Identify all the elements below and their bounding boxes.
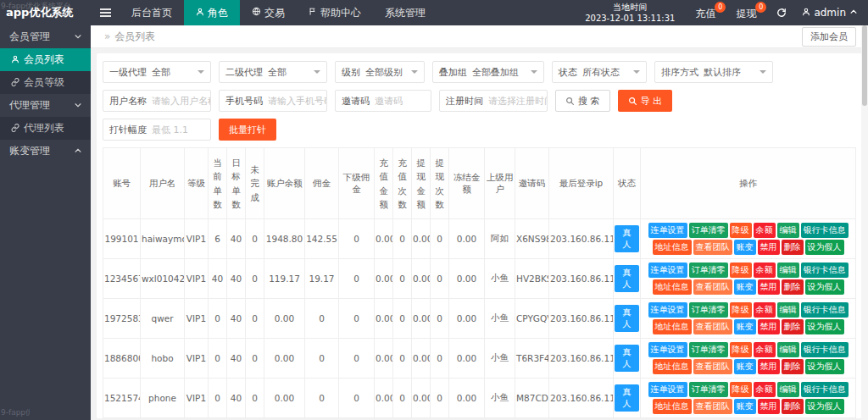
action-button[interactable]: 查看团队 <box>693 240 732 255</box>
vertical-scrollbar[interactable] <box>861 25 868 420</box>
action-button[interactable]: 降级 <box>730 302 752 318</box>
action-button[interactable]: 删除 <box>782 399 804 414</box>
filter-input-2[interactable]: 手机号码请输入手机号码 <box>219 90 327 112</box>
status-real-button[interactable]: 真人 <box>615 225 639 252</box>
action-button[interactable]: 连单设置 <box>648 382 687 397</box>
action-button[interactable]: 删除 <box>782 240 804 255</box>
action-button[interactable]: 连单设置 <box>648 223 687 238</box>
sidebar-group-2[interactable]: 代理管理 <box>0 94 91 117</box>
action-button[interactable]: 银行卡信息 <box>801 302 849 318</box>
action-button[interactable]: 地址信息 <box>653 359 692 374</box>
main-area: » 会员列表 添加会员 一级代理全部二级代理全部级别全部级别叠加组全部叠加组状态… <box>91 25 868 420</box>
filter-input-1[interactable]: 用户名称请输入用户名称 <box>103 90 211 112</box>
action-button[interactable]: 禁用 <box>758 399 780 414</box>
action-button[interactable]: 降级 <box>730 342 752 357</box>
action-button[interactable]: 账变 <box>734 279 756 295</box>
sidebar-group-3[interactable]: 账变管理 <box>0 140 91 163</box>
action-button[interactable]: 设为假人 <box>805 399 844 414</box>
filter-select-3[interactable]: 级别全部级别 <box>335 61 425 83</box>
action-button[interactable]: 余额 <box>754 223 776 238</box>
status-real-button[interactable]: 真人 <box>615 265 639 292</box>
add-member-button[interactable]: 添加会员 <box>802 27 856 47</box>
action-button[interactable]: 设为假人 <box>805 279 844 295</box>
needle-amplitude-input[interactable]: 打针幅度最低 1.1 <box>103 119 211 141</box>
status-real-button[interactable]: 真人 <box>615 305 639 332</box>
filter-select-1[interactable]: 一级代理全部 <box>103 61 211 83</box>
filter-input-4[interactable]: 注册时间请选择注册时间 <box>439 90 548 112</box>
action-button[interactable]: 地址信息 <box>653 279 692 295</box>
action-button[interactable]: 连单设置 <box>648 342 687 357</box>
action-button[interactable]: 设为假人 <box>805 359 844 374</box>
sidebar-item[interactable]: 会员等级 <box>0 71 91 94</box>
action-button[interactable]: 查看团队 <box>693 279 732 295</box>
main-menu: 后台首页角色交易帮助中心系统管理 <box>120 0 437 25</box>
action-button[interactable]: 编辑 <box>777 223 799 238</box>
withdraw-nav-button[interactable]: 提现 0 <box>727 5 768 21</box>
nav-item-1[interactable]: 后台首页 <box>120 0 184 25</box>
action-button[interactable]: 删除 <box>782 319 804 334</box>
nav-item-2[interactable]: 角色 <box>184 0 240 25</box>
sidebar-item[interactable]: 会员列表 <box>0 48 91 71</box>
action-button[interactable]: 银行卡信息 <box>801 342 849 357</box>
nav-item-5[interactable]: 系统管理 <box>373 0 437 25</box>
action-button[interactable]: 禁用 <box>758 359 780 374</box>
action-button[interactable]: 设为假人 <box>805 240 844 255</box>
export-button[interactable]: 导 出 <box>618 90 673 112</box>
filter-select-6[interactable]: 排序方式默认排序 <box>654 61 773 83</box>
action-button[interactable]: 账变 <box>734 399 756 414</box>
filter-select-4[interactable]: 叠加组全部叠加组 <box>432 61 544 83</box>
action-button[interactable]: 查看团队 <box>693 319 732 334</box>
action-button[interactable]: 禁用 <box>758 319 780 334</box>
action-button[interactable]: 设为假人 <box>805 319 844 334</box>
action-button[interactable]: 禁用 <box>758 279 780 295</box>
action-button[interactable]: 连单设置 <box>648 302 687 318</box>
action-button[interactable]: 余额 <box>754 342 776 357</box>
action-button[interactable]: 地址信息 <box>653 399 692 414</box>
action-button[interactable]: 编辑 <box>777 382 799 397</box>
sidebar-item[interactable]: 代理列表 <box>0 117 91 140</box>
batch-needle-button[interactable]: 批量打针 <box>219 119 276 141</box>
action-button[interactable]: 地址信息 <box>653 319 692 334</box>
action-button[interactable]: 账变 <box>734 359 756 374</box>
refresh-icon[interactable] <box>768 8 795 18</box>
action-button[interactable]: 编辑 <box>777 342 799 357</box>
filter-input-3[interactable]: 邀请码邀请码 <box>335 90 431 112</box>
filter-select-5[interactable]: 状态所有状态 <box>552 61 647 83</box>
nav-item-4[interactable]: 帮助中心 <box>297 0 373 25</box>
action-button[interactable]: 银行卡信息 <box>801 262 849 278</box>
scrollbar-thumb[interactable] <box>862 25 867 106</box>
action-button[interactable]: 降级 <box>730 382 752 397</box>
action-button[interactable]: 余额 <box>754 382 776 397</box>
action-button[interactable]: 地址信息 <box>653 240 692 255</box>
menu-toggle-icon[interactable] <box>91 0 120 25</box>
action-button[interactable]: 删除 <box>782 279 804 295</box>
action-button[interactable]: 查看团队 <box>693 359 732 374</box>
action-button[interactable]: 订单清零 <box>689 382 728 397</box>
recharge-nav-button[interactable]: 充值 0 <box>687 5 727 21</box>
action-button[interactable]: 禁用 <box>758 240 780 255</box>
action-button[interactable]: 查看团队 <box>693 399 732 414</box>
action-button[interactable]: 银行卡信息 <box>801 223 849 238</box>
action-button[interactable]: 降级 <box>730 223 752 238</box>
status-real-button[interactable]: 真人 <box>615 384 639 412</box>
action-button[interactable]: 订单清零 <box>689 262 728 278</box>
sidebar-group-1[interactable]: 会员管理 <box>0 25 91 48</box>
action-button[interactable]: 余额 <box>754 262 776 278</box>
action-button[interactable]: 删除 <box>782 359 804 374</box>
action-button[interactable]: 订单清零 <box>689 302 728 318</box>
action-button[interactable]: 连单设置 <box>648 262 687 278</box>
action-button[interactable]: 余额 <box>754 302 776 318</box>
action-button[interactable]: 编辑 <box>777 302 799 318</box>
action-button[interactable]: 降级 <box>730 262 752 278</box>
action-button[interactable]: 银行卡信息 <box>801 382 849 397</box>
action-button[interactable]: 订单清零 <box>689 342 728 357</box>
action-button[interactable]: 编辑 <box>777 262 799 278</box>
action-button[interactable]: 账变 <box>734 240 756 255</box>
filter-select-2[interactable]: 二级代理全部 <box>219 61 327 83</box>
nav-item-3[interactable]: 交易 <box>240 0 297 25</box>
action-button[interactable]: 订单清零 <box>689 223 728 238</box>
search-button[interactable]: 搜 索 <box>555 90 610 112</box>
action-button[interactable]: 账变 <box>734 319 756 334</box>
status-real-button[interactable]: 真人 <box>615 345 639 372</box>
user-menu[interactable]: admin <box>795 7 868 19</box>
